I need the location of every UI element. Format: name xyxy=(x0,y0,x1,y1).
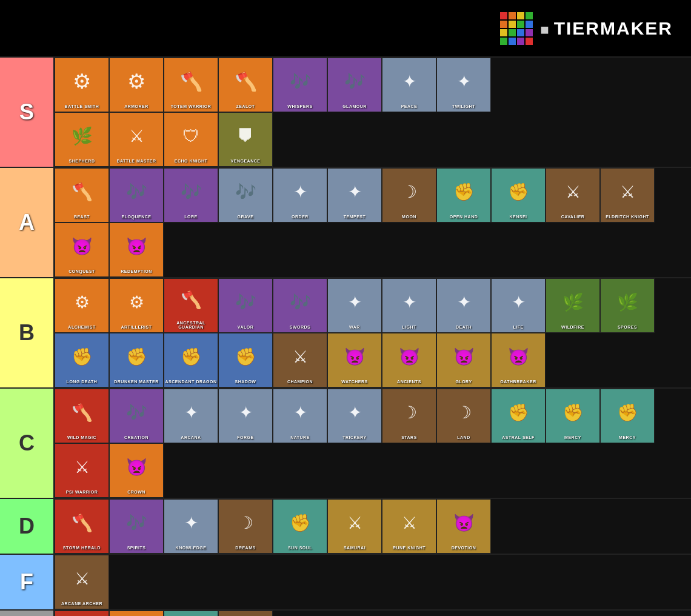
item-lore: 🎶 Lore xyxy=(164,168,218,223)
item-battle-smith: ⚙ Battle Smith xyxy=(55,58,109,112)
tier-row-s: S ⚙ Battle Smith ⚙ Armorer 🪓 Totem Warri… xyxy=(0,58,691,168)
item-battlerager: 🪓 Battlerager xyxy=(55,611,109,616)
item-ancients: 👿 Ancients xyxy=(382,333,436,387)
tier-a-content: 🪓 Beast 🎶 Eloquence 🎶 Lore 🎶 Grave ✦ xyxy=(55,168,691,277)
item-valor: 🎶 Valor xyxy=(218,278,273,333)
item-grave: 🎶 Grave xyxy=(218,168,273,223)
item-arcana: ✦ Arcana xyxy=(164,389,218,443)
item-oathbreaker: 👿 Oathbreaker xyxy=(491,333,546,387)
item-astral-self: ✊ Astral Self xyxy=(491,389,546,443)
tier-label-f: F xyxy=(0,555,55,609)
item-mercy-1: ✊ Mercy xyxy=(546,389,600,443)
item-whispers: 🎶 Whispers xyxy=(273,58,327,112)
item-twilight: ✦ Twilight xyxy=(436,58,491,112)
item-zealot: 🪓 Zealot xyxy=(218,58,273,112)
item-shadow: ✊ Shadow xyxy=(218,333,273,387)
item-champion: ⚔ Champion xyxy=(273,333,327,387)
item-rune-knight: ⚔ Rune Knight xyxy=(382,499,436,554)
item-land: ☽ Land xyxy=(436,389,491,443)
item-berserker: 🪓 Berserker xyxy=(109,611,164,616)
tiermaker-app: ■TIERMAKER S ⚙ Battle Smith ⚙ Armorer 🪓 xyxy=(0,0,691,616)
item-war: ✦ War xyxy=(327,278,382,333)
tiermaker-logo: ■TIERMAKER xyxy=(500,12,673,45)
item-mercy-2: ✊ Mercy xyxy=(600,389,655,443)
item-battle-master: ⚔ Battle Master xyxy=(109,112,164,167)
tier-row-d: D 🪓 Storm Herald 🎶 Spirits ✦ Knowledge ☽… xyxy=(0,499,691,555)
tier-row-b: B ⚙ Alchemist ⚙ Artillerist 🪓 Ancestral … xyxy=(0,278,691,389)
tier-row-a: A 🪓 Beast 🎶 Eloquence 🎶 Lore 🎶 Grave xyxy=(0,168,691,278)
item-redemption: 👿 Redemption xyxy=(109,223,164,277)
item-ascendant-dragon: ✊ Ascendant Dragon xyxy=(164,333,218,387)
item-light: ✦ Light xyxy=(382,278,436,333)
tier-label-c: C xyxy=(0,389,55,498)
item-long-death: ✊ Long Death xyxy=(55,333,109,387)
tier-label-a: A xyxy=(0,168,55,277)
tier-label-d: D xyxy=(0,499,55,554)
item-stars: ☽ Stars xyxy=(382,389,436,443)
item-knowledge: ✦ Knowledge xyxy=(164,499,218,554)
tier-label-s: S xyxy=(0,58,55,167)
item-trickery: ✦ Trickery xyxy=(327,389,382,443)
item-devotion: 👿 Devotion xyxy=(436,499,491,554)
item-totem-warrior: 🪓 Totem Warrior xyxy=(164,58,218,112)
item-eldritch-knight: ⚔ Eldritch Knight xyxy=(600,168,655,223)
tier-row-c: C 🪓 Wild Magic 🎶 Creation ✦ Arcana ✦ For… xyxy=(0,389,691,499)
item-samurai: ⚔ Samurai xyxy=(327,499,382,554)
item-storm-herald: 🪓 Storm Herald xyxy=(55,499,109,554)
tier-c-content: 🪓 Wild Magic 🎶 Creation ✦ Arcana ✦ Forge… xyxy=(55,389,691,498)
item-alchemist: ⚙ Alchemist xyxy=(55,278,109,333)
item-spirits: 🎶 Spirits xyxy=(109,499,164,554)
item-cavalier: ⚔ Cavalier xyxy=(546,168,600,223)
item-drunken-master: ✊ Drunken Master xyxy=(109,333,164,387)
item-creation: 🎶 Creation xyxy=(109,389,164,443)
item-wildfire: 🌿 Wildfire xyxy=(546,278,600,333)
item-watchers: 👿 Watchers xyxy=(327,333,382,387)
item-arcane-archer: ⚔ Arcane Archer xyxy=(55,555,109,609)
item-nature: ✦ Nature xyxy=(273,389,327,443)
item-psi-warrior: ⚔ Psi Warrior xyxy=(55,443,109,498)
logo-text: ■TIERMAKER xyxy=(540,18,673,39)
tier-row-f: F ⚔ Arcane Archer xyxy=(0,555,691,611)
tier-label-b: B xyxy=(0,278,55,387)
item-four-elements: ✊ Four Elements xyxy=(164,611,218,616)
item-echo-knight: 🛡 Echo Knight xyxy=(164,112,218,167)
item-artillerist: ⚙ Artillerist xyxy=(109,278,164,333)
item-wild-magic: 🪓 Wild Magic xyxy=(55,389,109,443)
item-kensei: ✊ Kensei xyxy=(491,168,546,223)
tier-row-trash: TRASH 🪓 Battlerager 🪓 Berserker ✊ Four E… xyxy=(0,611,691,616)
tier-label-trash: TRASH xyxy=(0,611,55,616)
item-open-hand: ✊ Open Hand xyxy=(436,168,491,223)
tier-f-content: ⚔ Arcane Archer xyxy=(55,555,691,609)
item-life: ✦ Life xyxy=(491,278,546,333)
tier-d-content: 🪓 Storm Herald 🎶 Spirits ✦ Knowledge ☽ D… xyxy=(55,499,691,554)
tier-s-content: ⚙ Battle Smith ⚙ Armorer 🪓 Totem Warrior… xyxy=(55,58,691,167)
item-swords: 🎶 Swords xyxy=(273,278,327,333)
item-beast: 🪓 Beast xyxy=(55,168,109,223)
item-sun-soul: ✊ Sun Soul xyxy=(273,499,327,554)
item-dreams: ☽ Dreams xyxy=(218,499,273,554)
item-death: ✦ Death xyxy=(436,278,491,333)
item-crown: 👿 Crown xyxy=(109,443,164,498)
item-peace: ✦ Peace xyxy=(382,58,436,112)
logo-grid xyxy=(500,12,533,45)
item-glamour: 🎶 Glamour xyxy=(327,58,382,112)
tier-trash-content: 🪓 Battlerager 🪓 Berserker ✊ Four Element… xyxy=(55,611,691,616)
item-spores: 🌿 Spores xyxy=(600,278,655,333)
item-vengeance: ⛊ Vengeance xyxy=(218,112,273,167)
item-ancestral-guardian: 🪓 Ancestral Guardian xyxy=(164,278,218,333)
item-glory: 👿 Glory xyxy=(436,333,491,387)
item-forge: ✦ Forge xyxy=(218,389,273,443)
item-moon: ☽ Moon xyxy=(382,168,436,223)
item-eloquence: 🎶 Eloquence xyxy=(109,168,164,223)
item-banneret: ⚔ Banneret xyxy=(218,611,273,616)
item-tempest: ✦ Tempest xyxy=(327,168,382,223)
item-order: ✦ Order xyxy=(273,168,327,223)
item-shepherd: 🌿 Shepherd xyxy=(55,112,109,167)
item-conquest: 👿 Conquest xyxy=(55,223,109,277)
item-armorer: ⚙ Armorer xyxy=(109,58,164,112)
header: ■TIERMAKER xyxy=(0,0,691,58)
tier-b-content: ⚙ Alchemist ⚙ Artillerist 🪓 Ancestral Gu… xyxy=(55,278,691,387)
